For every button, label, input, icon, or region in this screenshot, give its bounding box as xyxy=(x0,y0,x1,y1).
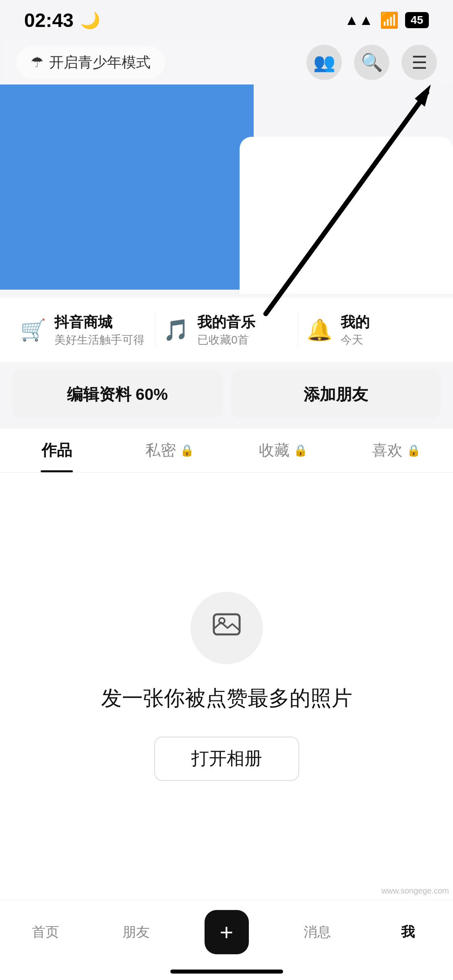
people-button[interactable]: 👥 xyxy=(306,45,342,80)
cart-icon: 🛒 xyxy=(20,318,46,342)
quick-links-row: 🛒 抖音商城 美好生活触手可得 🎵 我的音乐 已收藏0首 🔔 我的 今天 xyxy=(0,298,453,362)
battery-icon: 45 xyxy=(405,12,429,28)
tab-works[interactable]: 作品 xyxy=(0,428,113,472)
empty-state-title: 发一张你被点赞最多的照片 xyxy=(101,684,352,712)
watermark: www.songege.com xyxy=(381,886,449,896)
bottom-tab-me[interactable]: 我 xyxy=(376,923,440,941)
quick-link-notify[interactable]: 🔔 我的 今天 xyxy=(298,313,441,348)
quick-link-music-text: 我的音乐 已收藏0首 xyxy=(197,313,255,348)
bottom-tab-friends[interactable]: 朋友 xyxy=(104,923,168,941)
notify-subtitle: 今天 xyxy=(341,332,370,348)
signal-icon: ▲▲ xyxy=(345,12,373,29)
plus-icon: + xyxy=(220,918,234,945)
tab-like[interactable]: 喜欢 🔒 xyxy=(340,428,453,472)
header: ☂ 开启青少年模式 👥 🔍 ☰ xyxy=(0,40,453,84)
add-friend-button[interactable]: 添加朋友 xyxy=(231,370,441,418)
photo-icon xyxy=(211,608,243,648)
home-indicator xyxy=(170,970,283,974)
lock-icon-like: 🔒 xyxy=(407,444,421,457)
bottom-tab-friends-label: 朋友 xyxy=(122,923,150,941)
tab-collect[interactable]: 收藏 🔒 xyxy=(227,428,340,472)
mall-title: 抖音商城 xyxy=(54,313,145,332)
action-buttons-row: 编辑资料 60% 添加朋友 xyxy=(12,370,441,418)
notify-title: 我的 xyxy=(341,313,370,332)
content-tabs: 作品 私密 🔒 收藏 🔒 喜欢 🔒 xyxy=(0,428,453,473)
tab-private[interactable]: 私密 🔒 xyxy=(113,428,226,472)
bottom-tab-home[interactable]: 首页 xyxy=(13,923,78,941)
lock-icon-private: 🔒 xyxy=(180,444,194,457)
svg-marker-1 xyxy=(415,84,431,107)
search-icon: 🔍 xyxy=(361,52,383,73)
status-bar: 02:43 🌙 ▲▲ 📶 45 xyxy=(0,0,453,40)
banner-white xyxy=(240,137,453,294)
header-right-icons: 👥 🔍 ☰ xyxy=(306,45,437,80)
status-icons: ▲▲ 📶 45 xyxy=(345,11,429,29)
umbrella-icon: ☂ xyxy=(31,54,43,71)
bottom-tab-create[interactable]: + xyxy=(194,910,259,954)
tab-collect-label: 收藏 xyxy=(259,440,290,461)
lock-icon-collect: 🔒 xyxy=(294,444,308,457)
status-time: 02:43 xyxy=(24,9,74,31)
youth-mode-label: 开启青少年模式 xyxy=(49,53,151,72)
music-subtitle: 已收藏0首 xyxy=(197,332,255,348)
quick-link-mall[interactable]: 🛒 抖音商城 美好生活触手可得 xyxy=(12,313,155,348)
content-area: 发一张你被点赞最多的照片 打开相册 xyxy=(0,473,453,900)
bottom-tab-home-label: 首页 xyxy=(32,923,59,941)
bottom-tab-bar: 首页 朋友 + 消息 我 xyxy=(0,900,453,980)
open-album-button[interactable]: 打开相册 xyxy=(154,737,299,781)
edit-profile-button[interactable]: 编辑资料 60% xyxy=(12,370,223,418)
tab-like-label: 喜欢 xyxy=(372,440,403,461)
youth-mode-button[interactable]: ☂ 开启青少年模式 xyxy=(16,46,165,79)
moon-icon: 🌙 xyxy=(80,11,100,30)
empty-icon-circle xyxy=(190,592,263,664)
quick-link-notify-text: 我的 今天 xyxy=(341,313,370,348)
people-icon: 👥 xyxy=(313,52,335,73)
quick-link-mall-text: 抖音商城 美好生活触手可得 xyxy=(54,313,145,348)
plus-button[interactable]: + xyxy=(205,910,249,954)
bottom-tab-messages[interactable]: 消息 xyxy=(285,923,350,941)
banner-blue xyxy=(0,84,254,290)
quick-link-music[interactable]: 🎵 我的音乐 已收藏0首 xyxy=(155,313,298,348)
menu-button[interactable]: ☰ xyxy=(401,45,437,80)
bottom-tab-messages-label: 消息 xyxy=(304,923,331,941)
menu-icon: ☰ xyxy=(412,52,427,73)
music-title: 我的音乐 xyxy=(197,313,255,332)
music-icon: 🎵 xyxy=(163,318,189,342)
bottom-tab-me-label: 我 xyxy=(401,923,415,941)
tab-private-label: 私密 xyxy=(145,440,176,461)
mall-subtitle: 美好生活触手可得 xyxy=(54,332,145,348)
tab-works-label: 作品 xyxy=(41,440,72,461)
wifi-icon: 📶 xyxy=(380,11,399,29)
bell-icon: 🔔 xyxy=(306,318,333,342)
search-button[interactable]: 🔍 xyxy=(354,45,389,80)
